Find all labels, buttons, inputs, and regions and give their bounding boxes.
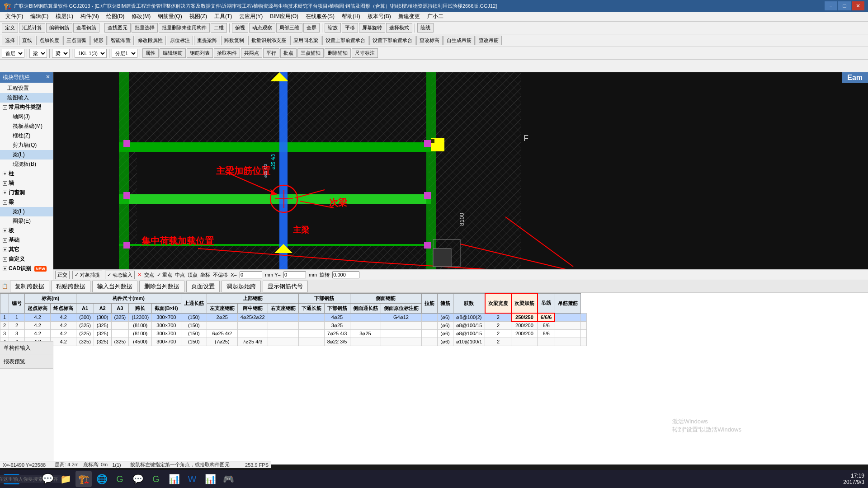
table-cell[interactable]: 2 <box>485 321 511 329</box>
beam-add-cell[interactable]: 6/6/6 <box>538 313 555 321</box>
tree-item-板[interactable]: +板 <box>0 226 53 235</box>
table-cell[interactable] <box>298 329 324 338</box>
page-setup-tab[interactable]: 页面设置 <box>186 281 220 292</box>
paste-span-tab[interactable]: 粘贴跨数据 <box>51 281 90 292</box>
expand-icon[interactable]: + <box>3 229 7 233</box>
table-cell[interactable]: (325) <box>111 313 129 321</box>
tree-child-框柱(Z)[interactable]: 框柱(Z) <box>0 131 53 141</box>
beam-type-select[interactable]: 梁 <box>29 49 47 58</box>
midpoint-label[interactable]: ✓ 重点 <box>157 272 172 278</box>
table-cell[interactable] <box>268 338 298 346</box>
table-cell[interactable] <box>298 313 324 321</box>
table-cell[interactable]: 3 <box>0 329 9 338</box>
beam-add-cell[interactable]: 6/6 <box>538 321 555 329</box>
toolbar1-btn-3[interactable]: 查看钢筋 <box>73 23 99 33</box>
table-cell[interactable]: (325) <box>76 338 94 346</box>
toolbar2-btn-5[interactable]: 智能布置 <box>108 36 134 45</box>
hang-cell[interactable] <box>555 338 580 346</box>
table-cell[interactable]: G4⌀12 <box>381 313 421 321</box>
object-snap-toggle[interactable]: ✓ 对象捕捉 <box>72 271 102 279</box>
table-row[interactable]: 224.24.2(325)(325)(8100)300×700(150)3⌀25… <box>0 321 587 329</box>
delete-col-tab[interactable]: 删除当列数据 <box>139 281 184 292</box>
menubar-item[interactable]: 帮助(H) <box>338 12 364 21</box>
toolbar2-btn-16[interactable]: 查改吊筋 <box>476 36 502 45</box>
floor-select[interactable]: 首层 <box>2 49 24 58</box>
taskbar-icon-8[interactable]: 📊 <box>166 471 182 487</box>
single-input-btn[interactable]: 单构件输入 <box>0 342 53 355</box>
tree-item-基础[interactable]: +基础 <box>0 235 53 245</box>
table-cell[interactable] <box>298 321 324 329</box>
expand-icon[interactable]: + <box>3 181 7 186</box>
toolbar2-btn-13[interactable]: 设置下部前置承台 <box>369 36 415 45</box>
taskbar-icon-2[interactable]: 📁 <box>57 471 74 487</box>
beam-add-cell[interactable]: 6/6 <box>538 329 555 338</box>
tree-item-柱[interactable]: +柱 <box>0 169 53 178</box>
input-col-tab[interactable]: 输入当列数据 <box>92 281 137 292</box>
taskbar-icon-5[interactable]: G <box>112 471 128 487</box>
toolbar1-btn-10[interactable]: 局部三维 <box>276 23 302 33</box>
table-cell[interactable]: (⌀6) <box>437 321 453 329</box>
tree-item-其它[interactable]: +其它 <box>0 245 53 254</box>
toolbar2-btn-2[interactable]: 点加长度 <box>36 36 62 45</box>
expand-icon[interactable]: - <box>3 105 7 110</box>
table-cell[interactable] <box>268 329 298 338</box>
dynamic-input-toggle[interactable]: ✓ 动态输入 <box>105 271 135 279</box>
menubar-item[interactable]: 钢筋量(Q) <box>154 12 185 21</box>
table-cell[interactable] <box>111 329 129 338</box>
table-cell[interactable]: ⌀10@100/1 <box>453 338 485 346</box>
table-cell[interactable]: 8⌀22 3/5 <box>324 338 350 346</box>
toolbar3-btn-4[interactable]: 共两点 <box>241 48 262 58</box>
toolbar1-btn-2[interactable]: 编辑钢筋 <box>46 23 72 33</box>
table-cell[interactable]: (12300) <box>129 313 152 321</box>
table-cell[interactable]: 2 <box>0 321 9 329</box>
table-cell[interactable]: 1 <box>9 313 25 321</box>
table-cell[interactable]: 2 <box>485 338 511 346</box>
toolbar1-btn-12[interactable]: 缩放 <box>325 23 341 33</box>
expand-icon[interactable]: + <box>3 248 7 252</box>
menubar-item[interactable]: 新建变更 <box>395 12 424 21</box>
taskbar-icon-7[interactable]: G <box>148 471 164 487</box>
tree-child-轴网(J)[interactable]: 轴网(J) <box>0 112 53 122</box>
menubar-item[interactable]: 云应用(Y) <box>236 12 266 21</box>
beam-width-cell[interactable]: 250/250 <box>511 313 538 321</box>
toolbar3-btn-3[interactable]: 拾取构件 <box>214 48 240 58</box>
table-cell[interactable] <box>421 313 437 321</box>
hang-hoop-cell[interactable] <box>580 313 586 321</box>
table-cell[interactable]: 3⌀25 <box>350 329 381 338</box>
table-cell[interactable]: 4.2 <box>51 338 76 346</box>
layer-select[interactable]: 分层1 <box>112 49 137 58</box>
toolbar2-btn-1[interactable]: 直线 <box>19 36 35 45</box>
expand-icon[interactable]: + <box>3 191 7 195</box>
tree-child-筏板基础(M)[interactable]: 筏板基础(M) <box>0 122 53 131</box>
table-cell[interactable]: (325) <box>111 338 129 346</box>
expand-icon[interactable]: - <box>3 200 7 205</box>
table-cell[interactable] <box>111 321 129 329</box>
expand-icon[interactable]: + <box>3 238 7 243</box>
toolbar1-btn-6[interactable]: 批量删除未使用构件 <box>159 23 210 33</box>
table-cell[interactable] <box>381 329 421 338</box>
table-cell[interactable] <box>268 313 298 321</box>
table-cell[interactable]: 4⌀25 <box>324 313 350 321</box>
intersection-label[interactable]: 交点 <box>144 272 154 278</box>
table-cell[interactable]: 4.2 <box>25 329 51 338</box>
toolbar3-btn-7[interactable]: 三点辅轴 <box>297 48 324 58</box>
table-cell[interactable]: 4.2 <box>51 329 76 338</box>
table-cell[interactable]: 300×700 <box>152 338 181 346</box>
tree-child-梁(L)[interactable]: 梁(L) <box>0 207 53 216</box>
taskbar-icon-3[interactable]: 🏗️ <box>75 471 92 487</box>
table-cell[interactable]: (⌀6) <box>437 313 453 321</box>
tree-item-墙[interactable]: +墙 <box>0 178 53 188</box>
toolbar1-btn-15[interactable]: 选择模式 <box>386 23 412 33</box>
toolbar2-btn-0[interactable]: 选择 <box>2 36 18 45</box>
table-cell[interactable] <box>421 338 437 346</box>
toolbar2-btn-8[interactable]: 重提梁跨 <box>194 36 220 45</box>
no-offset-label[interactable]: 不偏移 <box>213 272 228 278</box>
table-cell[interactable]: 2 <box>485 313 511 321</box>
table-cell[interactable] <box>237 321 268 329</box>
table-cell[interactable]: (⌀6) <box>437 338 453 346</box>
toolbar2-btn-15[interactable]: 自生成吊筋 <box>443 36 475 45</box>
table-cell[interactable]: (7⌀25) <box>207 338 237 346</box>
hang-hoop-cell[interactable] <box>580 321 586 329</box>
beam-width-cell[interactable]: 200/200 <box>511 329 538 338</box>
toolbar2-btn-14[interactable]: 查改标高 <box>416 36 443 45</box>
